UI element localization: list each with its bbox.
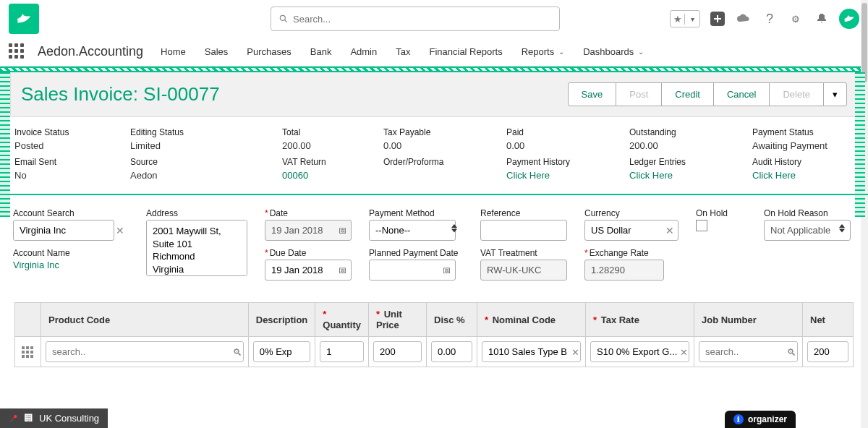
audit-history-link[interactable]: Click Here (752, 170, 868, 181)
on-hold-checkbox[interactable] (696, 220, 707, 231)
payment-status-value: Awaiting Payment (752, 140, 868, 151)
nav-dashboards[interactable]: Dashboards⌄ (583, 46, 644, 57)
global-search[interactable] (271, 7, 560, 31)
payment-method-select[interactable]: --None-- (369, 220, 456, 241)
col-nominal[interactable]: Nominal Code (477, 303, 586, 337)
tax-rate-input[interactable] (590, 341, 689, 362)
chevron-down-icon: ⌄ (558, 48, 564, 56)
favorites-menu[interactable]: ★ ▾ (670, 10, 700, 27)
search-icon[interactable]: 🔍︎ (787, 346, 796, 357)
cloud-icon (736, 12, 751, 26)
building-icon: 🏢︎ (24, 413, 33, 424)
ledger-entries-link[interactable]: Click Here (629, 170, 745, 181)
col-product[interactable]: Product Code (41, 303, 249, 337)
salesforce-button[interactable] (735, 10, 752, 27)
invoice-status-value: Posted (14, 140, 123, 151)
more-actions-button[interactable]: ▾ (823, 82, 847, 106)
vat-treatment-input (480, 260, 567, 281)
organizer-widget[interactable]: ℹ organizer (725, 411, 796, 428)
vat-return-link[interactable]: 00060 (282, 170, 376, 181)
col-job[interactable]: Job Number (694, 303, 803, 337)
payment-history-link[interactable]: Click Here (506, 170, 622, 181)
nav-bank[interactable]: Bank (310, 46, 332, 57)
nav-tax[interactable]: Tax (396, 46, 410, 57)
clear-icon[interactable]: ✕ (571, 346, 579, 357)
reference-input[interactable] (480, 220, 567, 241)
nav-sales[interactable]: Sales (205, 46, 229, 57)
line-items-grid: Product Code Description Quantity Unit P… (14, 302, 854, 367)
clear-icon[interactable]: ✕ (665, 225, 674, 236)
search-icon[interactable]: 🔍︎ (233, 346, 242, 357)
chevron-down-icon: ▾ (691, 15, 694, 23)
calendar-icon[interactable]: 📅︎ (339, 226, 347, 236)
drag-handle[interactable] (22, 346, 35, 358)
disc-input[interactable] (431, 341, 472, 362)
delete-button[interactable]: Delete (769, 82, 824, 106)
unit-price-input[interactable] (373, 341, 422, 362)
svg-point-0 (280, 15, 285, 20)
help-button[interactable]: ? (761, 10, 778, 27)
cancel-button[interactable]: Cancel (713, 82, 770, 106)
job-number-input[interactable] (699, 341, 798, 362)
source-value: Aedon (130, 170, 275, 181)
email-sent-value: No (14, 170, 123, 181)
col-net[interactable]: Net (803, 303, 854, 337)
bird-icon (16, 11, 32, 27)
account-name-link[interactable]: Virginia Inc (13, 260, 129, 270)
organizer-icon: ℹ (733, 414, 744, 424)
clear-icon[interactable]: ✕ (680, 346, 688, 357)
on-hold-reason-select[interactable]: Not Applicable (764, 220, 851, 241)
star-icon: ★ (673, 14, 682, 25)
product-code-input[interactable] (46, 341, 244, 362)
app-launcher[interactable] (9, 43, 26, 61)
gear-icon: ⚙ (791, 14, 800, 25)
page-title: Sales Invoice: SI-00077 (21, 83, 220, 106)
net-input[interactable] (807, 341, 848, 362)
nav-home[interactable]: Home (161, 46, 186, 57)
exchange-rate-input (584, 260, 664, 281)
col-tax-rate[interactable]: Tax Rate (586, 303, 694, 337)
chevron-down-icon: ▾ (833, 89, 838, 100)
editing-status-value: Limited (130, 140, 275, 151)
calendar-icon[interactable]: 📅︎ (339, 265, 347, 275)
app-logo[interactable] (9, 4, 39, 34)
col-quantity[interactable]: Quantity (315, 303, 369, 337)
credit-button[interactable]: Credit (661, 82, 714, 106)
side-pattern (855, 72, 865, 217)
paid-value: 0.00 (506, 140, 622, 151)
col-unit-price[interactable]: Unit Price (369, 303, 427, 337)
account-search-input[interactable] (13, 220, 114, 241)
action-buttons: Save Post Credit Cancel Delete ▾ (569, 82, 847, 106)
app-nav: Aedon.Accounting Home Sales Purchases Ba… (0, 38, 868, 67)
currency-input[interactable] (584, 220, 678, 241)
nav-financial-reports[interactable]: Financial Reports (429, 46, 502, 57)
notifications-button[interactable]: 🔔︎ (813, 10, 830, 27)
description-input[interactable] (253, 341, 311, 362)
col-description[interactable]: Description (248, 303, 315, 337)
building-icon: 📍︎ (9, 413, 18, 424)
nav-admin[interactable]: Admin (350, 46, 377, 57)
global-search-input[interactable] (293, 14, 552, 25)
save-button[interactable]: Save (568, 82, 617, 106)
tax-payable-value: 0.00 (383, 140, 499, 151)
bell-icon: 🔔︎ (816, 12, 827, 25)
nav-reports[interactable]: Reports⌄ (522, 46, 565, 57)
table-row: 🔍︎ ✕ ✕ (15, 337, 854, 367)
nominal-code-input[interactable] (482, 341, 581, 362)
clear-icon[interactable]: ✕ (116, 225, 124, 236)
add-button[interactable] (709, 10, 726, 27)
status-summary: Invoice StatusPosted Editing StatusLimit… (10, 117, 858, 194)
quantity-input[interactable] (320, 341, 364, 362)
calendar-icon[interactable]: 📅︎ (443, 265, 451, 275)
nav-purchases[interactable]: Purchases (247, 46, 291, 57)
app-name: Aedon.Accounting (38, 44, 143, 59)
pattern-strip (0, 67, 868, 72)
address-textarea[interactable]: 2001 Maywill St, Suite 101 Richmond Virg… (146, 220, 247, 276)
side-pattern (0, 72, 10, 217)
user-avatar[interactable] (839, 9, 859, 29)
col-disc[interactable]: Disc % (427, 303, 477, 337)
question-icon: ? (766, 12, 773, 27)
settings-button[interactable]: ⚙ (787, 10, 804, 27)
post-button[interactable]: Post (616, 82, 662, 106)
footer-tab[interactable]: 📍︎ 🏢︎ UK Consulting (0, 408, 108, 428)
